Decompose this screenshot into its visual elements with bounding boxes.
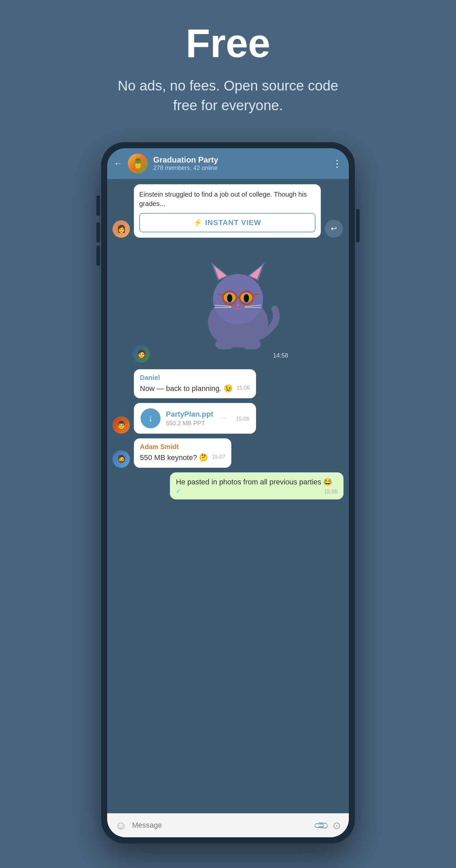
table-row: He pasted in photos from all previous pa… bbox=[113, 472, 343, 499]
group-avatar: 🍍 bbox=[128, 154, 148, 174]
sender-name: Adam Smidt bbox=[140, 443, 225, 451]
phone-shell: ← 🍍 Graduation Party 278 members, 42 onl… bbox=[101, 142, 355, 843]
read-checkmark: ✓ bbox=[176, 488, 181, 494]
download-icon: ↓ bbox=[149, 413, 153, 424]
input-bar: ☺ 📎 ⊙ bbox=[107, 813, 349, 837]
message-timestamp: 15:08 bbox=[324, 489, 337, 495]
cat-sticker bbox=[194, 256, 281, 349]
file-info: PartyPlan.ppt 550.2 MB PPT bbox=[166, 410, 213, 427]
share-button[interactable]: ↩ bbox=[325, 220, 343, 238]
table-row: Daniel Now — back to planning. 😉 15:06 bbox=[113, 369, 343, 399]
file-bubble: ↓ PartyPlan.ppt 550.2 MB PPT ⋯ 15:06 bbox=[134, 403, 256, 434]
hero-title: Free bbox=[186, 20, 270, 66]
avatar: 👨 bbox=[113, 416, 130, 434]
file-timestamp: 15:06 bbox=[236, 416, 249, 422]
svg-point-1 bbox=[213, 274, 263, 324]
chat-info: Graduation Party 278 members, 42 online bbox=[153, 155, 327, 172]
phone-wrapper: ← 🍍 Graduation Party 278 members, 42 onl… bbox=[101, 142, 355, 843]
message-text: Now — back to planning. 😉 bbox=[140, 384, 233, 393]
instant-view-button[interactable]: ⚡ INSTANT VIEW bbox=[139, 213, 315, 232]
file-menu-button[interactable]: ⋯ bbox=[219, 414, 227, 423]
download-button[interactable]: ↓ bbox=[141, 408, 160, 428]
message-text: 550 MB keynote? 🤔 bbox=[140, 453, 208, 462]
avatar: 🧑 bbox=[132, 345, 150, 363]
svg-point-8 bbox=[227, 294, 232, 302]
message-text: He pasted in photos from all previous pa… bbox=[176, 478, 332, 486]
sticker-area: A = πr² V = l³ P = 2πr A = πr² s = √(r² … bbox=[132, 242, 343, 369]
chat-header: ← 🍍 Graduation Party 278 members, 42 onl… bbox=[107, 148, 349, 179]
sticker-timestamp: 14:58 bbox=[273, 352, 288, 359]
message-timestamp: 15:06 bbox=[237, 385, 250, 391]
svg-point-15 bbox=[236, 304, 240, 307]
table-row: 👩 Einstein struggled to find a job out o… bbox=[113, 184, 343, 238]
group-members: 278 members, 42 online bbox=[153, 164, 327, 172]
svg-point-9 bbox=[244, 294, 249, 302]
hero-subtitle: No ads, no fees. Open source code free f… bbox=[111, 76, 345, 116]
avatar: 👩 bbox=[113, 220, 130, 238]
file-name: PartyPlan.ppt bbox=[166, 410, 213, 418]
message-timestamp: 15:07 bbox=[212, 454, 225, 460]
camera-button[interactable]: ⊙ bbox=[333, 819, 341, 831]
emoji-button[interactable]: ☺ bbox=[115, 819, 127, 832]
list-item: Einstein struggled to find a job out of … bbox=[134, 184, 321, 238]
group-name: Graduation Party bbox=[153, 155, 327, 164]
chat-menu-button[interactable]: ⋮ bbox=[332, 158, 342, 169]
sender-name: Daniel bbox=[140, 374, 250, 381]
message-bubble: Daniel Now — back to planning. 😉 15:06 bbox=[134, 369, 256, 399]
lightning-icon: ⚡ bbox=[193, 218, 202, 227]
own-message-bubble: He pasted in photos from all previous pa… bbox=[170, 472, 343, 499]
phone-inner: ← 🍍 Graduation Party 278 members, 42 onl… bbox=[107, 148, 349, 837]
message-input[interactable] bbox=[132, 821, 309, 830]
sticker-container: A = πr² V = l³ P = 2πr A = πr² s = √(r² … bbox=[181, 249, 295, 363]
instant-view-label: INSTANT VIEW bbox=[205, 218, 261, 227]
attach-button[interactable]: 📎 bbox=[312, 817, 330, 834]
chat-body: 👩 Einstein struggled to find a job out o… bbox=[107, 179, 349, 813]
file-size: 550.2 MB PPT bbox=[166, 420, 213, 427]
back-button[interactable]: ← bbox=[114, 158, 123, 168]
avatar: 🧔 bbox=[113, 451, 130, 468]
link-bubble: Einstein struggled to find a job out of … bbox=[134, 184, 321, 238]
table-row: 👨 ↓ PartyPlan.ppt 550.2 MB PPT ⋯ 15:06 bbox=[113, 403, 343, 434]
table-row: 🧔 Adam Smidt 550 MB keynote? 🤔 15:07 bbox=[113, 438, 343, 468]
share-icon: ↩ bbox=[331, 224, 337, 233]
link-text: Einstein struggled to find a job out of … bbox=[139, 190, 315, 208]
message-bubble: Adam Smidt 550 MB keynote? 🤔 15:07 bbox=[134, 438, 231, 468]
